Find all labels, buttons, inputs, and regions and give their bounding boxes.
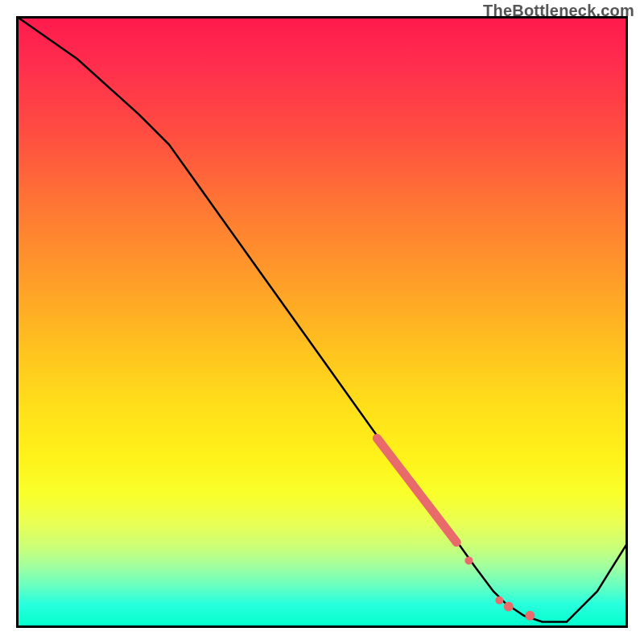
watermark-text: TheBottleneck.com bbox=[483, 2, 634, 20]
chart-container: TheBottleneck.com bbox=[0, 0, 644, 644]
plot-svg bbox=[16, 16, 628, 628]
highlight-dot bbox=[504, 601, 514, 611]
highlight-segment bbox=[377, 438, 456, 542]
highlight-dot bbox=[464, 556, 473, 564]
highlight-dot bbox=[495, 597, 503, 605]
highlight-dot bbox=[525, 611, 535, 621]
curve-line bbox=[16, 16, 628, 621]
